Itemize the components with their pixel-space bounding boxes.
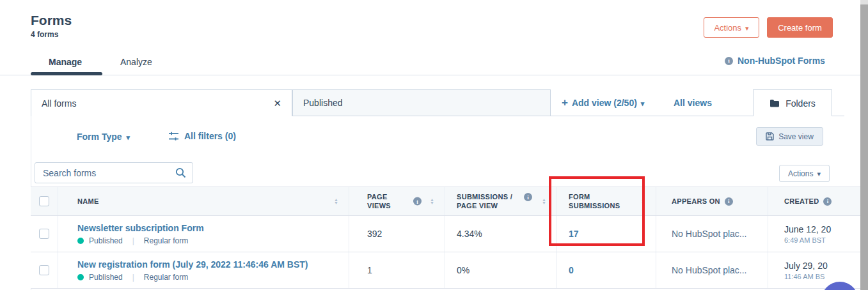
row-checkbox-cell (31, 216, 58, 252)
search-icon[interactable] (175, 167, 186, 178)
page-views-cell: 1 (349, 252, 445, 288)
folders-tab[interactable]: Folders (753, 89, 832, 116)
forms-count: 4 forms (31, 30, 58, 39)
sort-arrows-icon[interactable] (334, 198, 338, 204)
column-header-appears-on: APPEARS ON (656, 187, 768, 215)
add-view-button[interactable]: Add view (2/50) (562, 96, 644, 109)
column-header-page-views[interactable]: PAGE VIEWS (349, 187, 445, 215)
column-header-submissions-per-page-view[interactable]: SUBMISSIONS / PAGE VIEW (445, 187, 556, 215)
name-cell: Newsletter subscription Form Published R… (58, 216, 349, 252)
chevron-down-icon (745, 23, 749, 33)
info-icon[interactable] (725, 197, 733, 206)
name-cell: New registration form (July 29, 2022 11:… (58, 252, 349, 288)
info-icon[interactable] (823, 197, 832, 206)
sort-arrows-icon[interactable] (641, 198, 645, 204)
chevron-down-icon (127, 132, 130, 142)
close-icon[interactable] (273, 98, 281, 109)
folders-label: Folders (785, 98, 816, 109)
status-dot-icon (77, 238, 84, 244)
page-views-cell: 392 (349, 216, 445, 252)
create-form-button[interactable]: Create form (767, 17, 833, 38)
form-type-value: Regular form (144, 273, 188, 282)
sort-arrows-icon[interactable] (542, 198, 546, 204)
form-name-link[interactable]: Newsletter subscription Form (77, 223, 204, 233)
info-icon (725, 57, 733, 65)
save-icon (766, 132, 774, 141)
form-submissions-link[interactable]: 0 (569, 265, 574, 275)
save-view-button[interactable]: Save view (756, 127, 823, 146)
table-actions-label: Actions (788, 169, 813, 178)
chevron-down-icon (817, 169, 821, 178)
table-header-row: NAME PAGE VIEWS SUBMISSIONS / PAGE VIEW … (31, 187, 860, 216)
column-header-name[interactable]: NAME (58, 187, 349, 215)
active-tab-underline (31, 72, 102, 75)
submissions-rate-cell: 0% (445, 252, 556, 288)
chevron-down-icon (641, 98, 645, 108)
appears-on-cell: No HubSpot plac... (656, 216, 768, 252)
create-form-label: Create form (778, 23, 822, 33)
form-submissions-cell: 0 (556, 252, 656, 288)
search-forms-box (35, 162, 193, 183)
non-hubspot-forms-label: Non-HubSpot Forms (738, 56, 825, 66)
form-type-filter-dropdown[interactable]: Form Type (77, 132, 130, 142)
status-label: Published (89, 273, 123, 282)
non-hubspot-forms-link[interactable]: Non-HubSpot Forms (725, 56, 825, 66)
all-views-link[interactable]: All views (674, 98, 712, 108)
sort-arrows-icon[interactable] (430, 198, 434, 204)
plus-icon (562, 96, 568, 109)
form-submissions-link[interactable]: 17 (569, 229, 579, 239)
sliders-icon (168, 132, 179, 141)
submissions-rate-cell: 4.34% (445, 216, 556, 252)
form-type-value: Regular form (144, 236, 188, 245)
table-row: Newsletter subscription Form Published R… (31, 216, 860, 252)
status-dot-icon (77, 274, 84, 280)
add-view-label: Add view (2/50) (572, 98, 637, 108)
form-type-label: Form Type (77, 132, 122, 142)
view-tab-label: All forms (42, 98, 76, 109)
row-checkbox[interactable] (39, 265, 49, 275)
tab-manage[interactable]: Manage (49, 57, 82, 67)
actions-button-label: Actions (714, 23, 741, 33)
table-actions-dropdown-button[interactable]: Actions (779, 165, 830, 182)
view-tab-all-forms[interactable]: All forms (31, 89, 292, 116)
tab-analyze[interactable]: Analyze (120, 57, 152, 67)
column-header-created: CREATED (768, 187, 860, 215)
search-input[interactable] (43, 168, 175, 178)
status-label: Published (89, 236, 123, 245)
row-checkbox-cell (31, 252, 58, 288)
row-checkbox[interactable] (39, 229, 49, 239)
actions-dropdown-button[interactable]: Actions (704, 17, 759, 38)
table-row: New registration form (July 29, 2022 11:… (31, 252, 860, 289)
created-cell: June 12, 20 6:49 AM BST (768, 216, 860, 252)
divider (132, 236, 134, 245)
page-title: Forms (31, 13, 72, 28)
forms-page: Forms 4 forms Actions Create form Manage… (0, 0, 868, 290)
folder-icon (769, 99, 780, 108)
appears-on-cell: No HubSpot plac... (656, 252, 768, 288)
info-icon[interactable] (524, 193, 532, 201)
info-icon[interactable] (413, 197, 422, 206)
save-view-label: Save view (778, 132, 814, 141)
header-checkbox-cell (31, 187, 58, 215)
column-header-form-submissions[interactable]: FORM SUBMISSIONS (556, 187, 656, 215)
all-filters-label: All filters (0) (184, 131, 236, 141)
forms-table: NAME PAGE VIEWS SUBMISSIONS / PAGE VIEW … (31, 187, 860, 289)
select-all-checkbox[interactable] (39, 196, 49, 206)
scrollbar-thumb[interactable] (860, 4, 868, 290)
form-name-link[interactable]: New registration form (July 29, 2022 11:… (77, 259, 308, 270)
all-filters-button[interactable]: All filters (0) (168, 131, 236, 141)
header-divider (0, 75, 860, 75)
divider (132, 273, 134, 282)
form-submissions-cell: 17 (556, 216, 656, 252)
view-tab-published[interactable]: Published (292, 89, 551, 116)
view-tab-label: Published (303, 98, 343, 108)
